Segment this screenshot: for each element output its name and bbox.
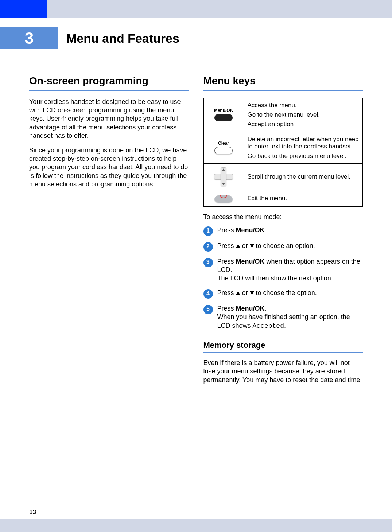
page-footer-bar — [0, 519, 392, 532]
button-shape-white — [214, 147, 233, 154]
step-text: Press Menu/OK when that option appears o… — [217, 257, 363, 283]
section-heading-onscreen: On-screen programming — [29, 75, 189, 87]
table-row: Scroll through the current menu level. — [203, 163, 363, 190]
key-desc-cell: Exit the menu. — [244, 190, 363, 206]
key-desc-line: Access the menu. — [248, 102, 359, 109]
steps-list: 1 Press Menu/OK. 2 Press or to choose an… — [203, 226, 363, 330]
section-heading-menukeys: Menu keys — [203, 75, 363, 87]
button-shape-black — [214, 114, 233, 121]
down-arrow-icon — [250, 244, 254, 248]
list-item: 5 Press Menu/OK. When you have finished … — [203, 304, 363, 330]
up-arrow-icon — [236, 291, 240, 295]
chapter-number: 3 — [25, 29, 34, 47]
table-row: Exit the menu. — [203, 190, 363, 206]
section-underline — [203, 90, 363, 91]
list-item: 1 Press Menu/OK. — [203, 226, 363, 236]
key-desc-cell: Scroll through the current menu level. — [244, 163, 363, 190]
page-number: 13 — [29, 509, 36, 519]
body-paragraph: Since your programming is done on the LC… — [29, 146, 189, 189]
left-column: On-screen programming Your cordless hand… — [29, 75, 189, 510]
list-item: 3 Press Menu/OK when that option appears… — [203, 257, 363, 283]
dpad-icon — [214, 167, 233, 186]
body-paragraph: Your cordless handset is designed to be … — [29, 98, 189, 140]
key-desc-cell: Access the menu. Go to the next menu lev… — [244, 98, 363, 132]
chapter-title: Menu and Features — [66, 31, 179, 46]
down-arrow-icon — [250, 291, 254, 295]
table-row: Clear Delete an incorrect letter when yo… — [203, 132, 363, 163]
key-icon-cell — [203, 163, 244, 190]
step-badge: 4 — [203, 289, 213, 299]
list-item: 4 Press or to choose the option. — [203, 289, 363, 299]
access-intro: To access the menu mode: — [203, 213, 363, 221]
up-arrow-icon — [236, 244, 240, 248]
step-text: Press Menu/OK. — [217, 226, 363, 236]
content-columns: On-screen programming Your cordless hand… — [29, 75, 363, 510]
subsection-heading-memory: Memory storage — [203, 341, 363, 350]
step-text: Press or to choose an option. — [217, 242, 363, 252]
step-badge: 5 — [203, 305, 213, 314]
step-text: Press or to choose the option. — [217, 289, 363, 299]
key-desc-line: Scroll through the current menu level. — [248, 173, 359, 180]
step-badge: 3 — [203, 258, 213, 267]
key-icon-cell — [203, 190, 244, 206]
list-item: 2 Press or to choose an option. — [203, 242, 363, 252]
key-desc-line: Accept an option — [248, 121, 359, 128]
key-icon-cell: Clear — [203, 132, 244, 163]
chapter-header: 3 Menu and Features — [0, 27, 392, 49]
key-desc-line: Go to the next menu level. — [248, 111, 359, 119]
step-badge: 1 — [203, 226, 213, 236]
table-row: Menu/OK Access the menu. Go to the next … — [203, 98, 363, 132]
section-underline — [29, 90, 189, 91]
menu-keys-table: Menu/OK Access the menu. Go to the next … — [203, 98, 363, 207]
key-desc-cell: Delete an incorrect letter when you need… — [244, 132, 363, 163]
end-call-icon — [214, 195, 233, 203]
step-badge: 2 — [203, 242, 213, 252]
body-paragraph: Even if there is a battery power failure… — [203, 359, 363, 384]
menu-ok-icon: Menu/OK — [207, 108, 240, 113]
key-desc-line: Exit the menu. — [248, 195, 359, 202]
chapter-number-box: 3 — [0, 27, 58, 49]
right-column: Menu keys Menu/OK Access the menu. Go to… — [203, 75, 363, 510]
key-desc-line: Delete an incorrect letter when you need… — [248, 136, 359, 150]
step-text: Press Menu/OK. When you have finished se… — [217, 304, 363, 330]
key-icon-cell: Menu/OK — [203, 98, 244, 132]
page-header-bar — [0, 0, 392, 18]
subsection-underline — [203, 352, 363, 353]
key-desc-line: Go back to the previous menu level. — [248, 152, 359, 160]
clear-icon: Clear — [207, 141, 240, 146]
